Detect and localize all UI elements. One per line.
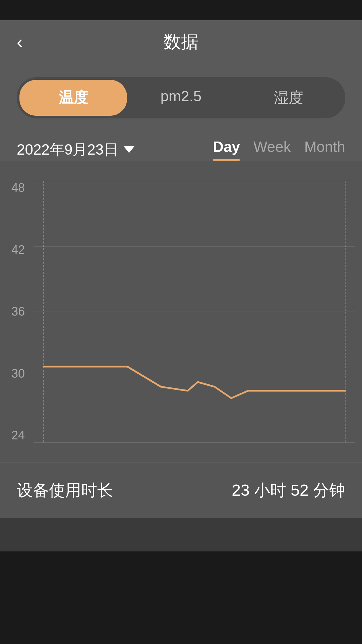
chart-container: 48 42 36 30 24 bbox=[0, 161, 362, 463]
grid-line-bottom bbox=[34, 442, 355, 443]
bottom-bar bbox=[0, 518, 362, 551]
usage-value: 23 小时 52 分钟 bbox=[232, 480, 345, 501]
dropdown-arrow-icon bbox=[124, 146, 134, 153]
header: ‹ 数据 bbox=[0, 20, 362, 64]
tab-pm25[interactable]: pm2.5 bbox=[127, 80, 235, 116]
date-text: 2022年9月23日 bbox=[17, 140, 118, 160]
page-title: 数据 bbox=[164, 30, 198, 54]
content-area: 温度 pm2.5 湿度 2022年9月23日 Day Week Month bbox=[0, 64, 362, 161]
back-button[interactable]: ‹ bbox=[17, 33, 22, 51]
date-time-row: 2022年9月23日 Day Week Month bbox=[17, 132, 345, 161]
metric-tab-selector: 温度 pm2.5 湿度 bbox=[17, 77, 345, 118]
tab-temperature[interactable]: 温度 bbox=[19, 80, 127, 116]
y-axis-labels: 48 42 36 30 24 bbox=[0, 181, 30, 442]
chart-line bbox=[44, 367, 345, 398]
period-tab-month[interactable]: Month bbox=[304, 139, 345, 161]
chart-plot bbox=[34, 181, 355, 442]
y-label-30: 30 bbox=[0, 367, 30, 381]
chart-svg bbox=[34, 181, 355, 442]
y-label-24: 24 bbox=[0, 428, 30, 442]
y-label-48: 48 bbox=[0, 181, 30, 195]
tab-humidity[interactable]: 湿度 bbox=[235, 80, 343, 116]
footer-stats: 设备使用时长 23 小时 52 分钟 bbox=[0, 463, 362, 518]
y-label-42: 42 bbox=[0, 243, 30, 257]
usage-label: 设备使用时长 bbox=[17, 480, 113, 501]
y-label-36: 36 bbox=[0, 305, 30, 319]
chart-inner: 48 42 36 30 24 bbox=[0, 174, 362, 463]
period-tabs: Day Week Month bbox=[213, 139, 345, 161]
status-bar bbox=[0, 0, 362, 20]
period-tab-day[interactable]: Day bbox=[213, 139, 240, 161]
period-tab-week[interactable]: Week bbox=[253, 139, 291, 161]
date-selector[interactable]: 2022年9月23日 bbox=[17, 140, 134, 160]
